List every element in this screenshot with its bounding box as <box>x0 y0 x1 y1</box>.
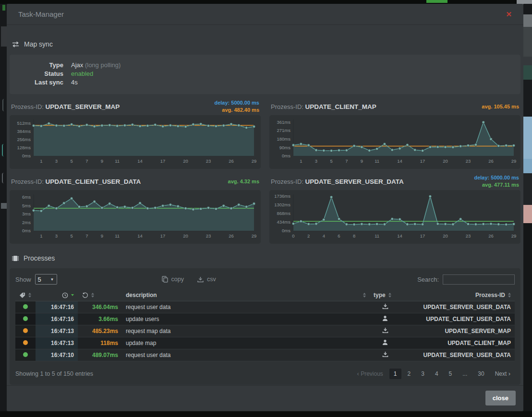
pagination-page-1[interactable]: 1 <box>389 369 401 379</box>
copy-button[interactable]: copy <box>162 276 184 283</box>
last-sync-label: Last sync <box>17 78 63 87</box>
column-header-prozess-id[interactable]: Prozess-ID <box>400 289 515 301</box>
pagination-next[interactable]: Next › <box>491 368 515 379</box>
column-header-time[interactable] <box>36 289 78 301</box>
process-row[interactable]: 16:47:13118msupdate mapUPDATE_CLIENT_MAP <box>15 337 515 349</box>
process-row[interactable]: 16:47:16346.04msrequest user dataUPDATE_… <box>15 301 515 313</box>
chart-update-server-user-data: Prozess-ID: UPDATE_SERVER_USER_DATAdelay… <box>269 173 520 244</box>
download-icon <box>197 276 204 283</box>
prozess-id-cell: UPDATE_SERVER_USER_DATA <box>400 301 515 313</box>
status-dot <box>23 328 28 333</box>
svg-text:6ms: 6ms <box>22 194 31 200</box>
pagination-page-2[interactable]: 2 <box>403 369 415 379</box>
chart-update-server-map: Prozess-ID: UPDATE_SERVER_MAPdelay: 5000… <box>10 98 261 169</box>
sort-icon <box>28 293 31 298</box>
process-row[interactable]: 16:47:163.66msupdate usersUPDATE_CLIENT_… <box>15 313 515 325</box>
status-dot <box>23 340 28 345</box>
map-sync-type-row: Type Ajax (long polling) <box>17 61 513 70</box>
chart-delay-label: delay: 5000.00 ms <box>474 174 519 181</box>
svg-text:6: 6 <box>338 233 340 238</box>
pagination-previous[interactable]: ‹ Previous <box>352 368 387 379</box>
status-value: enabled <box>71 70 93 78</box>
svg-text:3: 3 <box>55 158 58 164</box>
svg-text:23: 23 <box>206 233 211 238</box>
processes-title-label: Processes <box>24 254 55 262</box>
close-button[interactable]: close <box>485 391 516 405</box>
clock-icon <box>62 292 68 298</box>
time-cell: 16:47:16 <box>36 301 78 313</box>
svg-text:5: 5 <box>330 158 332 164</box>
type-label: Type <box>17 61 63 70</box>
duration-cell: 485.23ms <box>78 325 122 337</box>
process-row[interactable]: 16:47:10489.07msrequest user dataUPDATE_… <box>15 349 515 361</box>
pagination-page-3[interactable]: 3 <box>417 369 429 379</box>
modal-title: Task-Manager <box>18 10 64 18</box>
svg-text:361ms: 361ms <box>277 119 290 125</box>
svg-text:14: 14 <box>397 158 402 164</box>
chart-avg-label: avg. 477.11 ms <box>474 181 519 189</box>
description-cell: request user data <box>122 301 370 313</box>
table-footer: Showing 1 to 5 of 150 entries ‹ Previous… <box>15 368 515 379</box>
description-cell: update users <box>122 313 370 325</box>
modal-body: Map sync Type Ajax (long polling) Status… <box>7 25 523 385</box>
close-icon[interactable]: ✕ <box>506 10 512 19</box>
svg-text:180ms: 180ms <box>277 136 290 142</box>
page-size-select[interactable]: 5 ▼ <box>35 274 57 285</box>
svg-text:3: 3 <box>55 233 58 238</box>
column-header-description[interactable]: description <box>122 289 370 301</box>
background-page-right <box>523 4 532 411</box>
chart-svg: 0ms128ms256ms384ms512ms13579111417202326… <box>12 117 259 167</box>
svg-text:26: 26 <box>229 158 234 164</box>
process-row[interactable]: 16:47:13485.23msrequest map dataUPDATE_S… <box>15 325 515 337</box>
svg-text:26: 26 <box>229 233 234 238</box>
chevron-right-icon: › <box>508 370 510 377</box>
status-cell <box>15 301 36 313</box>
svg-text:14: 14 <box>137 158 143 164</box>
column-header-duration[interactable] <box>78 289 122 301</box>
status-label: Status <box>17 70 63 78</box>
entries-summary: Showing 1 to 5 of 150 entries <box>15 370 93 377</box>
prozess-id-cell: UPDATE_SERVER_MAP <box>400 325 515 337</box>
prozess-id-cell: UPDATE_SERVER_USER_DATA <box>400 349 515 361</box>
column-header-status[interactable] <box>15 289 36 301</box>
svg-text:11: 11 <box>115 158 120 164</box>
svg-text:128ms: 128ms <box>17 145 31 150</box>
svg-text:4: 4 <box>323 233 325 238</box>
chart-title: Prozess-ID: UPDATE_CLIENT_MAP <box>271 103 376 110</box>
svg-text:29: 29 <box>511 233 517 238</box>
chart-svg: 0ms90ms180ms271ms361ms135791114172023262… <box>271 117 519 167</box>
svg-text:271ms: 271ms <box>277 128 290 133</box>
chart-avg-label: avg. 482.40 ms <box>214 107 259 114</box>
status-cell <box>15 313 36 325</box>
svg-text:0ms: 0ms <box>282 228 290 233</box>
sort-icon <box>508 293 511 298</box>
pagination-page-30[interactable]: 30 <box>473 369 488 379</box>
svg-text:23: 23 <box>206 158 211 164</box>
background-page-left <box>0 4 7 411</box>
prozess-id-cell: UPDATE_CLIENT_MAP <box>400 337 515 349</box>
map-sync-section-title: Map sync <box>12 40 519 48</box>
pagination-page-...[interactable]: ... <box>458 369 472 379</box>
duration-cell: 118ms <box>78 337 122 349</box>
chart-title: Prozess-ID: UPDATE_SERVER_MAP <box>11 103 120 110</box>
user-icon <box>382 315 388 322</box>
history-icon <box>82 292 88 298</box>
svg-text:17: 17 <box>160 158 166 164</box>
pagination-page-4[interactable]: 4 <box>431 369 443 379</box>
svg-text:256ms: 256ms <box>17 137 31 142</box>
time-cell: 16:47:13 <box>36 337 78 349</box>
csv-button[interactable]: csv <box>197 276 216 283</box>
chart-stats: avg. 4.32 ms <box>228 178 259 185</box>
type-cell <box>370 337 400 349</box>
column-header-type[interactable]: type <box>370 289 400 301</box>
background-fragment <box>426 0 447 3</box>
chart-stats: delay: 5000.00 msavg. 482.40 ms <box>214 99 259 114</box>
copy-icon <box>162 276 168 283</box>
pagination-page-5[interactable]: 5 <box>445 369 457 379</box>
search-input[interactable] <box>443 274 515 285</box>
svg-text:26: 26 <box>488 158 494 164</box>
svg-text:512ms: 512ms <box>17 120 31 126</box>
processes-table: description type Proze <box>15 289 515 361</box>
chart-stats: delay: 5000.00 msavg. 477.11 ms <box>474 174 519 189</box>
svg-text:11: 11 <box>375 158 379 164</box>
